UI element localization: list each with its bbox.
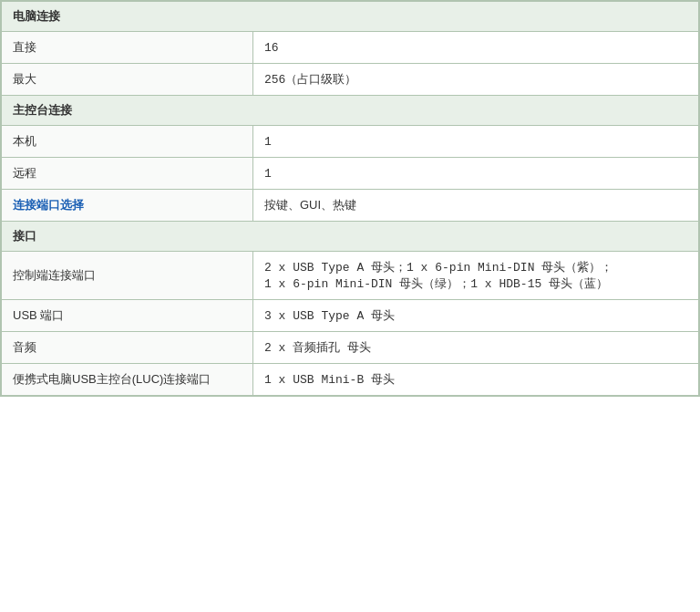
section-title: 主控台连接 [2, 96, 699, 126]
section-title: 电脑连接 [2, 2, 699, 32]
row-label: 连接端口选择 [2, 190, 253, 222]
table-row: 连接端口选择按键、GUI、热键 [2, 190, 699, 222]
row-value: 1 [253, 158, 699, 190]
spec-table: 电脑连接直接16最大256（占口级联）主控台连接本机1远程1连接端口选择按键、G… [0, 0, 700, 397]
section-header-master-connection: 主控台连接 [2, 96, 699, 126]
row-label: 便携式电脑USB主控台(LUC)连接端口 [2, 364, 253, 396]
row-label: 最大 [2, 64, 253, 96]
row-label: 远程 [2, 158, 253, 190]
row-value: 2 x 音频插孔 母头 [253, 332, 699, 364]
table-row: 本机1 [2, 126, 699, 158]
row-value: 16 [253, 32, 699, 64]
row-label: USB 端口 [2, 300, 253, 332]
table-row: 音频2 x 音频插孔 母头 [2, 332, 699, 364]
row-value: 按键、GUI、热键 [253, 190, 699, 222]
row-label: 控制端连接端口 [2, 252, 253, 300]
section-header-interface: 接口 [2, 222, 699, 252]
table-row: USB 端口3 x USB Type A 母头 [2, 300, 699, 332]
row-label: 本机 [2, 126, 253, 158]
row-value: 3 x USB Type A 母头 [253, 300, 699, 332]
table-row: 控制端连接端口2 x USB Type A 母头；1 x 6-pin Mini-… [2, 252, 699, 300]
section-title: 接口 [2, 222, 699, 252]
table-row: 便携式电脑USB主控台(LUC)连接端口1 x USB Mini-B 母头 [2, 364, 699, 396]
table-row: 远程1 [2, 158, 699, 190]
row-label: 音频 [2, 332, 253, 364]
row-value: 1 x USB Mini-B 母头 [253, 364, 699, 396]
row-value: 2 x USB Type A 母头；1 x 6-pin Mini-DIN 母头（… [253, 252, 699, 300]
row-label: 直接 [2, 32, 253, 64]
row-value: 1 [253, 126, 699, 158]
table-row: 最大256（占口级联） [2, 64, 699, 96]
table-row: 直接16 [2, 32, 699, 64]
section-header-pc-connection: 电脑连接 [2, 2, 699, 32]
row-value: 256（占口级联） [253, 64, 699, 96]
